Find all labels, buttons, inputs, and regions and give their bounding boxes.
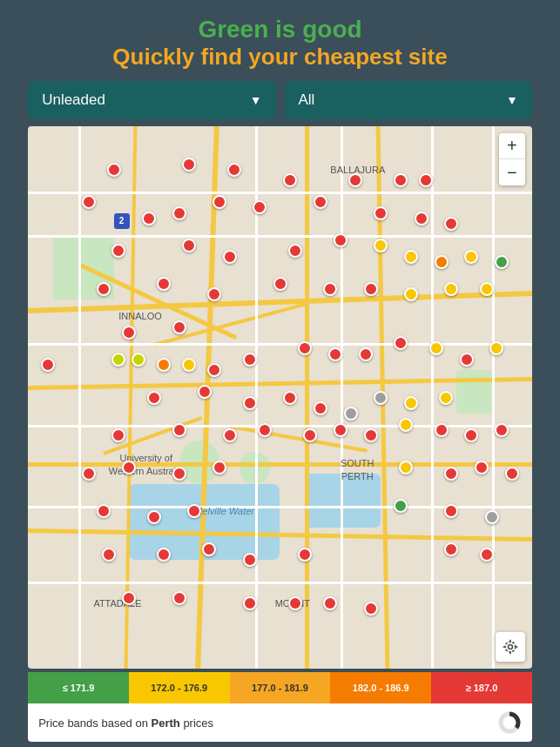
price-pin-59[interactable] [439,391,453,405]
price-pin-77[interactable] [475,461,489,474]
filter-dropdown[interactable]: All ▼ [285,81,532,119]
price-pin-23[interactable] [435,255,449,269]
price-pin-62[interactable] [223,428,237,442]
price-pin-67[interactable] [399,418,413,432]
price-pin-72[interactable] [122,461,136,474]
fuel-type-dropdown[interactable]: Unleaded ▼ [28,81,275,119]
price-pin-5[interactable] [394,173,408,187]
price-pin-91[interactable] [480,548,494,562]
price-pin-53[interactable] [243,396,257,410]
price-pin-34[interactable] [480,282,494,296]
price-pin-12[interactable] [314,195,327,209]
price-pin-68[interactable] [435,423,449,437]
zoom-out-button[interactable]: − [499,159,525,185]
price-pin-9[interactable] [172,206,186,220]
price-pin-54[interactable] [283,391,297,405]
price-pin-29[interactable] [273,277,287,291]
price-pin-88[interactable] [243,553,257,567]
price-pin-69[interactable] [464,428,478,442]
price-pin-44[interactable] [328,347,342,361]
price-pin-86[interactable] [157,548,171,562]
price-pin-13[interactable] [374,206,388,220]
map-container[interactable]: BALLAJURA INNALOO University ofWestern A… [28,126,532,669]
price-pin-58[interactable] [404,396,418,410]
price-pin-46[interactable] [394,336,408,350]
price-pin-18[interactable] [223,250,237,264]
price-pin-37[interactable] [111,353,125,367]
price-pin-76[interactable] [444,467,458,481]
price-pin-32[interactable] [404,287,418,301]
price-pin-71[interactable] [82,467,96,481]
price-pin-75[interactable] [399,461,413,474]
price-pin-92[interactable] [122,591,136,605]
price-pin-42[interactable] [243,353,257,367]
price-pin-94[interactable] [243,596,257,610]
price-pin-27[interactable] [157,277,171,291]
price-pin-1[interactable] [182,158,196,172]
price-pin-0[interactable] [107,163,121,177]
price-pin-64[interactable] [303,428,317,442]
price-pin-8[interactable] [142,212,156,225]
price-pin-3[interactable] [283,173,297,187]
price-pin-85[interactable] [102,548,116,562]
price-pin-14[interactable] [415,212,428,225]
price-pin-84[interactable] [485,510,499,524]
price-pin-65[interactable] [334,423,347,437]
price-pin-24[interactable] [464,250,478,264]
price-pin-57[interactable] [374,391,388,405]
price-pin-21[interactable] [374,239,388,252]
price-pin-73[interactable] [172,467,186,481]
price-pin-81[interactable] [187,504,201,518]
price-pin-80[interactable] [147,510,161,524]
price-pin-82[interactable] [394,499,408,513]
price-pin-97[interactable] [364,602,378,616]
price-pin-20[interactable] [334,233,347,247]
price-pin-39[interactable] [157,358,171,372]
price-pin-90[interactable] [444,542,458,556]
price-pin-38[interactable] [132,353,145,367]
price-pin-83[interactable] [444,504,458,518]
price-pin-10[interactable] [213,195,226,209]
price-pin-11[interactable] [253,200,267,214]
price-pin-41[interactable] [207,363,221,377]
price-pin-89[interactable] [298,548,312,562]
price-pin-35[interactable] [122,326,136,340]
price-pin-60[interactable] [111,428,125,442]
price-pin-56[interactable] [344,407,358,421]
price-pin-15[interactable] [444,217,458,231]
price-pin-52[interactable] [198,385,212,399]
price-pin-70[interactable] [495,423,509,437]
price-pin-30[interactable] [323,282,337,296]
price-pin-47[interactable] [429,341,443,355]
price-pin-87[interactable] [202,542,216,556]
price-pin-4[interactable] [348,173,362,187]
price-pin-19[interactable] [288,244,302,258]
price-pin-51[interactable] [147,391,161,405]
price-pin-45[interactable] [359,347,373,361]
price-pin-16[interactable] [111,244,125,258]
price-pin-33[interactable] [444,282,458,296]
price-pin-6[interactable] [419,173,433,187]
price-pin-96[interactable] [323,596,337,610]
price-pin-55[interactable] [314,401,327,415]
price-pin-61[interactable] [172,423,186,437]
price-pin-49[interactable] [489,341,503,355]
price-pin-28[interactable] [207,287,221,301]
price-pin-31[interactable] [364,282,378,296]
price-pin-63[interactable] [258,423,272,437]
price-pin-7[interactable] [82,195,96,209]
price-pin-40[interactable] [182,358,196,372]
price-pin-93[interactable] [172,591,186,605]
zoom-in-button[interactable]: + [499,133,525,159]
price-pin-25[interactable] [495,255,509,269]
price-pin-79[interactable] [97,504,111,518]
price-pin-95[interactable] [288,596,302,610]
location-button[interactable] [496,632,525,662]
price-pin-78[interactable] [505,467,519,481]
price-pin-43[interactable] [298,341,312,355]
price-pin-2[interactable] [227,163,241,177]
price-pin-50[interactable] [41,358,55,372]
price-pin-17[interactable] [182,239,196,252]
price-pin-48[interactable] [460,353,474,367]
price-pin-66[interactable] [364,428,378,442]
